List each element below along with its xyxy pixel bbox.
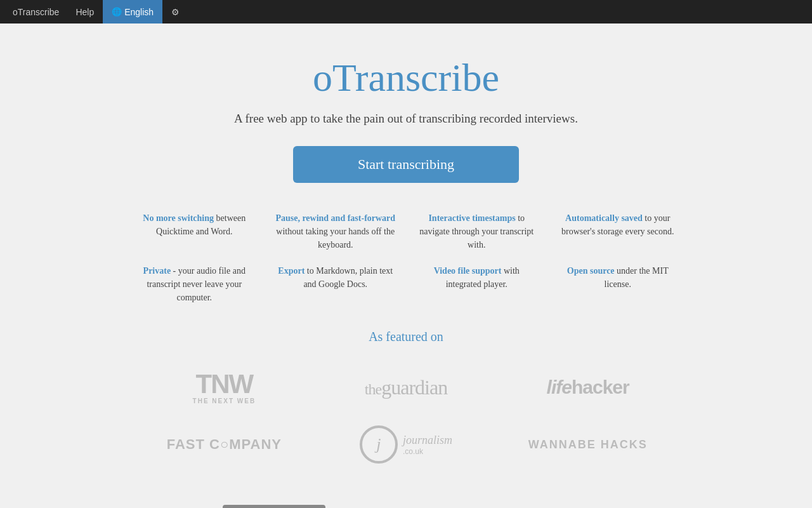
logo-journalism: j journalism .co.uk: [324, 419, 488, 470]
tnw-text: TNW: [196, 371, 253, 398]
feature-title-timestamps: Interactive timestamps: [428, 213, 515, 223]
settings-icon: ⚙: [171, 7, 180, 17]
feature-body-export: to Markdown, plain text and Google Docs.: [303, 266, 393, 289]
footer: 🐦 Follow @oTranscribe Created by Elliot …: [133, 495, 679, 508]
feature-title-private: Private: [143, 266, 171, 276]
feature-timestamps: Interactive timestamps to navigate throu…: [416, 211, 538, 251]
feature-no-switching: No more switching between Quicktime and …: [133, 211, 256, 251]
feature-title-no-switching: No more switching: [143, 213, 214, 223]
nav-language[interactable]: 🌐 English: [103, 0, 162, 23]
featured-section: As featured on TNW THE NEXT WEB theguard…: [133, 330, 679, 470]
feature-autosave: Automatically saved to your browser's st…: [557, 211, 679, 251]
logo-lifehacker: lifehacker: [506, 362, 671, 413]
nav-help[interactable]: Help: [67, 0, 103, 23]
feature-opensource: Open source under the MIT license.: [557, 264, 679, 304]
tnw-subtext: THE NEXT WEB: [193, 398, 256, 404]
feature-link-opensource[interactable]: Open source: [567, 266, 615, 276]
twitter-follow-button[interactable]: 🐦 Follow @oTranscribe: [223, 505, 325, 508]
feature-title-export: Export: [278, 266, 304, 276]
footer-main: 🐦 Follow @oTranscribe Created by Elliot …: [133, 505, 679, 508]
app-title: oTranscribe: [133, 55, 679, 100]
features-grid: No more switching between Quicktime and …: [133, 211, 679, 304]
globe-icon: 🌐: [112, 7, 122, 17]
nav-settings[interactable]: ⚙: [162, 0, 188, 23]
main-content: oTranscribe A free web app to take the p…: [121, 23, 691, 508]
journalism-main: journalism: [403, 434, 452, 447]
navbar: oTranscribe Help 🌐 English ⚙: [0, 0, 812, 23]
app-subtitle: A free web app to take the pain out of t…: [133, 112, 679, 126]
feature-pause-rewind: Pause, rewind and fast-forward without t…: [275, 211, 397, 251]
journalism-domain: .co.uk: [403, 447, 423, 456]
feature-body-pause-rewind: without taking your hands off the keyboa…: [276, 227, 395, 250]
logos-grid: TNW THE NEXT WEB theguardian lifehacker …: [133, 362, 679, 470]
feature-title-autosave: Automatically saved: [565, 213, 643, 223]
featured-heading: As featured on: [133, 330, 679, 344]
start-transcribing-button[interactable]: Start transcribing: [293, 146, 519, 183]
feature-private: Private - your audio file and transcript…: [133, 264, 256, 304]
journalism-circle: j: [360, 425, 398, 464]
wannabe-text: WANNABE HACKS: [528, 438, 648, 451]
logo-wannabe: WANNABE HACKS: [506, 419, 671, 470]
nav-brand: oTranscribe: [5, 7, 67, 17]
lifehacker-text2: hacker: [572, 377, 629, 398]
feature-export: Export to Markdown, plain text and Googl…: [275, 264, 397, 304]
logo-fastcompany: FAST C○MPANY: [141, 419, 306, 470]
fastcompany-text: FAST C○MPANY: [167, 436, 282, 453]
guardian-the: the: [365, 381, 381, 398]
logo-guardian: theguardian: [324, 362, 488, 413]
feature-title-video: Video file support: [434, 266, 502, 276]
guardian-name: guardian: [381, 376, 447, 399]
logo-tnw: TNW THE NEXT WEB: [141, 362, 306, 413]
lifehacker-text: life: [547, 377, 572, 398]
feature-title-pause-rewind: Pause, rewind and fast-forward: [275, 213, 395, 223]
feature-video: Video file support with integrated playe…: [416, 264, 538, 304]
